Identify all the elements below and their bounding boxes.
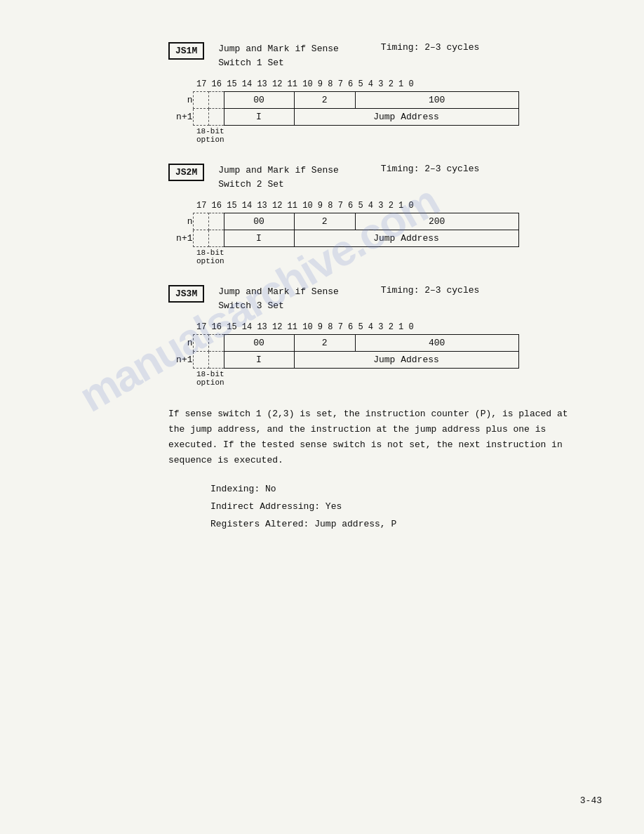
js3m-row-n-label: n <box>168 335 193 352</box>
js2m-field-00: 00 <box>224 213 294 230</box>
js2m-timing: Timing: 2–3 cycles <box>381 164 479 174</box>
js3m-row-n1-label: n+1 <box>168 352 193 369</box>
js2m-field-2: 2 <box>294 213 355 230</box>
js3m-row-n: n 00 2 400 <box>168 335 518 352</box>
js2m-dashed4 <box>208 230 224 247</box>
js2m-row-n1: n+1 I Jump Address <box>168 230 518 247</box>
js3m-row-n1: n+1 I Jump Address <box>168 352 518 369</box>
js3m-code: JS3M <box>168 285 204 303</box>
js3m-dashed3 <box>193 352 208 369</box>
js2m-field-i: I <box>224 230 294 247</box>
js1m-bit-labels: 17 16 15 14 13 12 11 10 9 8 7 6 5 4 3 2 … <box>196 79 616 89</box>
js3m-field-jump: Jump Address <box>294 352 518 369</box>
js2m-row-n: n 00 2 200 <box>168 213 518 230</box>
js1m-field-val: 100 <box>355 92 518 109</box>
js2m-code: JS2M <box>168 164 204 181</box>
js3m-bit-labels: 17 16 15 14 13 12 11 10 9 8 7 6 5 4 3 2 … <box>196 322 616 332</box>
js1m-row-n: n 00 2 100 <box>168 92 518 109</box>
js1m-field-jump: Jump Address <box>294 109 518 126</box>
js1m-row-n1: n+1 I Jump Address <box>168 109 518 126</box>
page: manualsarchive.com JS1M Jump and Mark if… <box>0 0 644 834</box>
js3m-option: 18-bit option <box>196 370 616 387</box>
indexing-property: Indexing: No <box>210 481 616 498</box>
js1m-dashed4 <box>208 109 224 126</box>
js1m-name: Jump and Mark if Sense Switch 1 Set <box>218 42 339 70</box>
js2m-option: 18-bit option <box>196 249 616 265</box>
js2m-desc: Jump and Mark if Sense Switch 2 Set Timi… <box>218 164 479 191</box>
js2m-dashed2 <box>208 213 224 230</box>
js3m-block: JS3M Jump and Mark if Sense Switch 3 Set… <box>168 285 616 387</box>
js3m-timing: Timing: 2–3 cycles <box>381 285 479 296</box>
js1m-dashed2 <box>208 92 224 109</box>
js2m-header: JS2M Jump and Mark if Sense Switch 2 Set… <box>168 164 616 191</box>
js2m-bit-labels: 17 16 15 14 13 12 11 10 9 8 7 6 5 4 3 2 … <box>196 201 616 211</box>
js1m-block: JS1M Jump and Mark if Sense Switch 1 Set… <box>168 42 616 144</box>
js3m-dashed2 <box>208 335 224 352</box>
js3m-field-2: 2 <box>294 335 355 352</box>
js1m-dashed1 <box>193 92 208 109</box>
js3m-field-00: 00 <box>224 335 294 352</box>
js1m-code: JS1M <box>168 42 204 60</box>
js3m-field-i: I <box>224 352 294 369</box>
js2m-name: Jump and Mark if Sense Switch 2 Set <box>218 164 339 191</box>
page-number: 3-43 <box>580 795 602 806</box>
properties-section: Indexing: No Indirect Addressing: Yes Re… <box>210 481 616 533</box>
js2m-row-n-label: n <box>168 213 193 230</box>
js1m-header: JS1M Jump and Mark if Sense Switch 1 Set… <box>168 42 616 70</box>
js1m-desc: Jump and Mark if Sense Switch 1 Set Timi… <box>218 42 479 70</box>
js3m-diagram: n 00 2 400 n+1 I Jump Address <box>168 334 519 369</box>
js1m-timing: Timing: 2–3 cycles <box>381 42 479 53</box>
js2m-block: JS2M Jump and Mark if Sense Switch 2 Set… <box>168 164 616 265</box>
js2m-dashed3 <box>193 230 208 247</box>
js1m-dashed3 <box>193 109 208 126</box>
js3m-field-val: 400 <box>355 335 518 352</box>
js3m-header: JS3M Jump and Mark if Sense Switch 3 Set… <box>168 285 616 312</box>
js2m-row-n1-label: n+1 <box>168 230 193 247</box>
js1m-field-00: 00 <box>224 92 294 109</box>
js1m-field-i: I <box>224 109 294 126</box>
js3m-name: Jump and Mark if Sense Switch 3 Set <box>218 285 339 312</box>
registers-property: Registers Altered: Jump address, P <box>210 516 616 534</box>
js2m-field-val: 200 <box>355 213 518 230</box>
description-text: If sense switch 1 (2,3) is set, the inst… <box>168 406 575 468</box>
js3m-dashed1 <box>193 335 208 352</box>
js1m-row-n-label: n <box>168 92 193 109</box>
js2m-dashed1 <box>193 213 208 230</box>
js2m-field-jump: Jump Address <box>294 230 518 247</box>
js1m-diagram: n 00 2 100 n+1 I Jump Address <box>168 91 519 126</box>
js3m-desc: Jump and Mark if Sense Switch 3 Set Timi… <box>218 285 479 312</box>
content-area: JS1M Jump and Mark if Sense Switch 1 Set… <box>168 42 616 533</box>
js1m-row-n1-label: n+1 <box>168 109 193 126</box>
indirect-property: Indirect Addressing: Yes <box>210 498 616 516</box>
js1m-option: 18-bit option <box>196 127 616 144</box>
js1m-field-2: 2 <box>294 92 355 109</box>
js3m-dashed4 <box>208 352 224 369</box>
js2m-diagram: n 00 2 200 n+1 I Jump Address <box>168 213 519 247</box>
